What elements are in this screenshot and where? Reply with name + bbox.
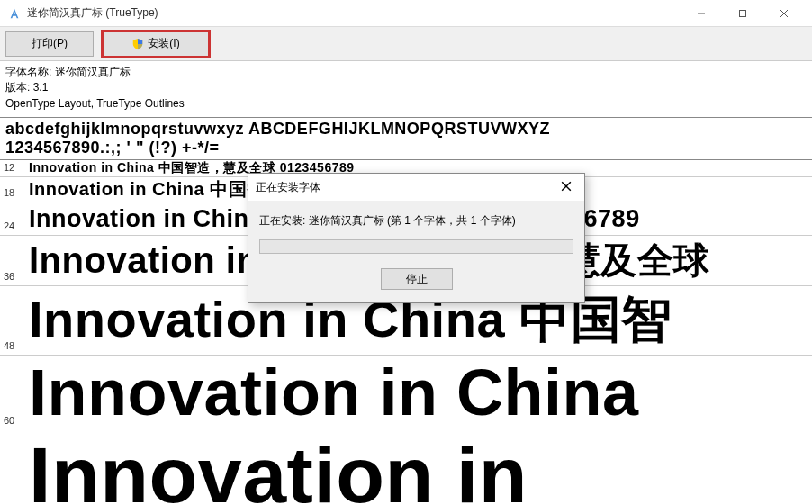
sample-size-label: 48 xyxy=(4,340,29,355)
shield-icon xyxy=(131,38,144,50)
dialog-title: 正在安装字体 xyxy=(256,180,555,195)
maximize-button[interactable] xyxy=(722,0,763,27)
glyph-row-alpha: abcdefghijklmnopqrstuvwxyz ABCDEFGHIJKLM… xyxy=(0,118,812,139)
window-title: 迷你简汉真广标 (TrueType) xyxy=(27,5,681,21)
dialog-close-button[interactable] xyxy=(555,178,577,196)
font-outline-line: OpenType Layout, TrueType Outlines xyxy=(5,96,807,112)
print-button[interactable]: 打印(P) xyxy=(5,32,94,57)
install-button[interactable]: 安装(I) xyxy=(101,30,211,58)
sample-line: 72Innovation in xyxy=(0,429,812,504)
dialog-body: 正在安装: 迷你简汉真广标 (第 1 个字体，共 1 个字体) xyxy=(248,201,584,263)
sample-size-label: 18 xyxy=(4,187,29,202)
stop-button[interactable]: 停止 xyxy=(381,268,453,290)
window-controls xyxy=(681,0,805,27)
glyph-row-digits: 1234567890.:,; ' " (!?) +-*/= xyxy=(0,139,812,160)
font-info: 字体名称: 迷你简汉真广标 版本: 3.1 OpenType Layout, T… xyxy=(0,61,812,118)
sample-text: Innovation in China xyxy=(29,356,638,429)
sample-size-label: 60 xyxy=(4,415,29,429)
dialog-titlebar: 正在安装字体 xyxy=(248,174,584,201)
svg-rect-1 xyxy=(740,10,746,16)
titlebar: 迷你简汉真广标 (TrueType) xyxy=(0,0,812,27)
font-name-line: 字体名称: 迷你简汉真广标 xyxy=(5,65,807,80)
toolbar: 打印(P) 安装(I) xyxy=(0,27,812,61)
sample-text: Innovation in xyxy=(29,429,528,504)
minimize-button[interactable] xyxy=(681,0,722,27)
close-button[interactable] xyxy=(763,0,805,27)
print-button-label: 打印(P) xyxy=(32,36,68,51)
font-version-line: 版本: 3.1 xyxy=(5,80,807,95)
sample-line: 60Innovation in China xyxy=(0,356,812,429)
progress-bar xyxy=(259,239,573,254)
sample-size-label: 36 xyxy=(4,271,29,285)
install-dialog: 正在安装字体 正在安装: 迷你简汉真广标 (第 1 个字体，共 1 个字体) 停… xyxy=(248,173,585,303)
install-button-label: 安装(I) xyxy=(148,36,179,51)
dialog-message: 正在安装: 迷你简汉真广标 (第 1 个字体，共 1 个字体) xyxy=(259,213,573,229)
app-icon xyxy=(7,6,22,21)
sample-size-label: 12 xyxy=(4,162,29,176)
dialog-footer: 停止 xyxy=(248,263,584,302)
sample-size-label: 24 xyxy=(4,220,29,235)
